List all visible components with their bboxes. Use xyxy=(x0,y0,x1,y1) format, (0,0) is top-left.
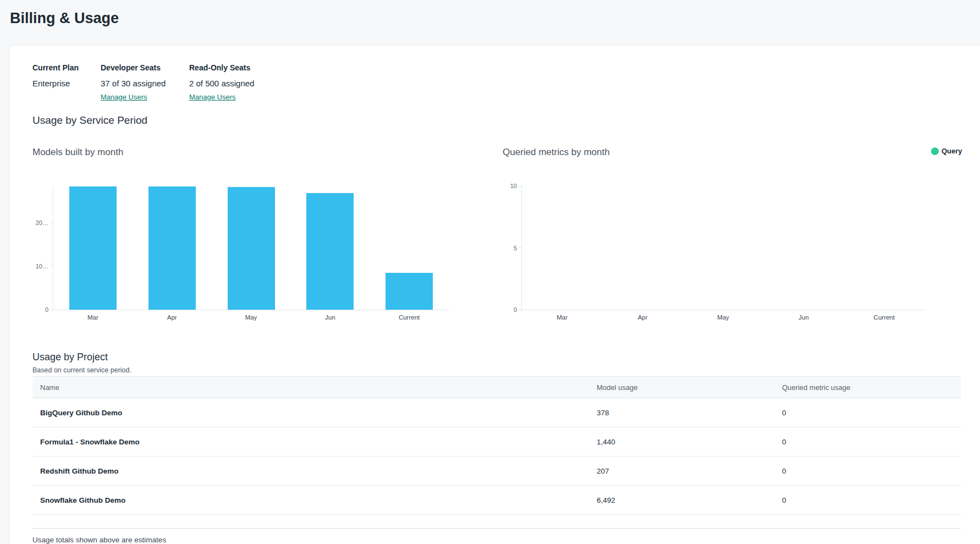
bar-jun xyxy=(306,193,354,310)
y-axis-tick-label: 10… xyxy=(36,263,48,270)
y-axis-tick-mark xyxy=(51,310,53,310)
x-axis-tick-label: Apr xyxy=(167,314,177,321)
manage-users-link-developer[interactable]: Manage Users xyxy=(101,93,147,101)
bar-mar xyxy=(69,186,117,310)
x-axis-tick-label: Jun xyxy=(325,314,335,321)
read-only-seats-value: 2 of 500 assigned xyxy=(189,79,254,88)
developer-seats-column: Developer Seats 37 of 30 assigned Manage… xyxy=(101,63,166,102)
table-row: BigQuery Github Demo3780 xyxy=(32,398,961,427)
x-axis-tick-label: Current xyxy=(399,314,420,321)
manage-users-link-read-only[interactable]: Manage Users xyxy=(189,93,236,101)
table-end-divider xyxy=(32,528,961,529)
query-legend-dot-icon xyxy=(931,147,939,155)
page-title: Billing & Usage xyxy=(10,10,119,27)
usage-by-project-subtitle: Based on current service period. xyxy=(32,366,131,374)
x-axis-tick-label: May xyxy=(717,314,729,321)
billing-card: Current Plan Enterprise Developer Seats … xyxy=(9,45,980,544)
model-usage-cell: 207 xyxy=(597,467,609,475)
y-axis-tick-label: 10 xyxy=(510,183,517,189)
bar-current xyxy=(386,273,433,310)
current-plan-label: Current Plan xyxy=(32,63,79,72)
table-header-row: Name Model usage Queried metric usage xyxy=(32,376,961,398)
model-usage-cell: 6,492 xyxy=(597,496,615,504)
table-body: BigQuery Github Demo3780Formula1 - Snowf… xyxy=(32,398,961,515)
y-axis-tick-label: 0 xyxy=(45,306,48,313)
column-header-queried-metric-usage: Queried metric usage xyxy=(782,383,850,392)
models-built-chart-title: Models built by month xyxy=(32,147,123,158)
model-usage-cell: 1,440 xyxy=(597,438,615,446)
x-axis-tick-label: Jun xyxy=(799,314,809,321)
table-row: Formula1 - Snowflake Demo1,4400 xyxy=(32,427,961,457)
queried-metric-usage-cell: 0 xyxy=(782,438,786,446)
x-axis-tick-label: Apr xyxy=(638,314,648,321)
project-name-cell: Redshift Github Demo xyxy=(40,467,119,475)
y-axis-tick-label: 0 xyxy=(514,306,517,313)
usage-by-service-period-title: Usage by Service Period xyxy=(32,114,147,127)
project-name-cell: Snowflake Github Demo xyxy=(40,496,125,504)
x-axis-tick-label: Current xyxy=(874,314,895,321)
x-axis-tick-label: May xyxy=(245,314,257,321)
developer-seats-label: Developer Seats xyxy=(101,63,166,72)
queried-metric-usage-cell: 0 xyxy=(782,409,786,417)
model-usage-cell: 378 xyxy=(597,409,609,417)
y-axis-tick-mark xyxy=(519,310,522,310)
queried-metrics-chart-title: Queried metrics by month xyxy=(503,147,610,158)
current-plan-value: Enterprise xyxy=(32,79,79,88)
usage-estimates-note: Usage totals shown above are estimates xyxy=(32,536,166,544)
x-axis-tick-label: Mar xyxy=(87,314,98,321)
y-axis-tick-mark xyxy=(519,248,522,248)
usage-by-project-table: Name Model usage Queried metric usage Bi… xyxy=(32,376,961,515)
bar-apr xyxy=(148,186,196,310)
models-built-chart-plot: 010…20…MarAprMayJunCurrent xyxy=(53,186,449,310)
column-header-name: Name xyxy=(40,383,59,392)
y-axis-tick-mark xyxy=(519,186,522,186)
usage-by-project-title: Usage by Project xyxy=(32,351,108,363)
bar-may xyxy=(228,187,275,310)
y-axis-tick-mark xyxy=(51,222,53,223)
y-axis-tick-mark xyxy=(51,266,53,266)
read-only-seats-column: Read-Only Seats 2 of 500 assigned Manage… xyxy=(189,63,254,102)
query-legend: Query xyxy=(931,147,962,155)
queried-metrics-chart-plot: 0510MarAprMayJunCurrent xyxy=(521,186,924,310)
column-header-model-usage: Model usage xyxy=(597,383,637,392)
y-axis-tick-label: 5 xyxy=(514,245,517,251)
read-only-seats-label: Read-Only Seats xyxy=(189,63,254,72)
project-name-cell: BigQuery Github Demo xyxy=(40,409,122,417)
queried-metric-usage-cell: 0 xyxy=(782,496,786,504)
query-legend-label: Query xyxy=(942,147,962,155)
developer-seats-value: 37 of 30 assigned xyxy=(101,79,166,88)
table-row: Redshift Github Demo2070 xyxy=(32,457,961,486)
table-row: Snowflake Github Demo6,4920 xyxy=(32,486,961,515)
queried-metric-usage-cell: 0 xyxy=(782,467,786,475)
y-axis-tick-label: 20… xyxy=(36,219,48,226)
current-plan-column: Current Plan Enterprise xyxy=(32,63,79,88)
project-name-cell: Formula1 - Snowflake Demo xyxy=(40,438,140,446)
x-axis-tick-label: Mar xyxy=(557,314,568,321)
